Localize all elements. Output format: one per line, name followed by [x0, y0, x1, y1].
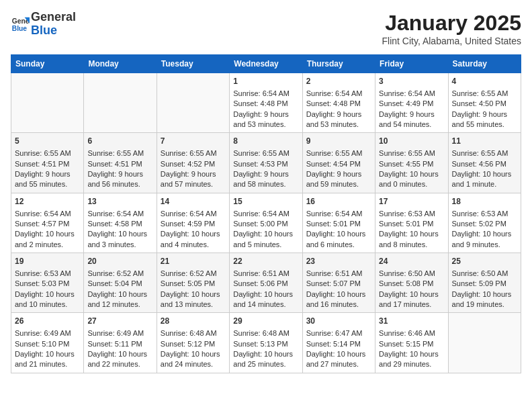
day-info: and 1 minute. — [452, 179, 517, 189]
day-info: Sunset: 4:55 PM — [379, 159, 444, 169]
day-info: Sunset: 4:57 PM — [15, 219, 80, 229]
day-number: 30 — [306, 316, 371, 327]
day-info: Sunrise: 6:51 AM — [233, 269, 298, 279]
day-number: 19 — [15, 256, 80, 267]
day-info: Daylight: 10 hours — [379, 229, 444, 239]
calendar-cell: 21Sunrise: 6:52 AMSunset: 5:05 PMDayligh… — [157, 253, 229, 313]
day-info: Sunrise: 6:48 AM — [233, 328, 298, 338]
day-number: 15 — [233, 196, 298, 208]
calendar-week-2: 5Sunrise: 6:55 AMSunset: 4:51 PMDaylight… — [11, 133, 521, 193]
day-info: Sunset: 5:02 PM — [452, 219, 517, 229]
day-number: 4 — [452, 76, 517, 87]
day-info: and 53 minutes. — [306, 120, 371, 130]
day-info: and 55 minutes. — [452, 120, 517, 130]
day-info: Sunset: 5:01 PM — [379, 219, 444, 229]
day-info: and 22 minutes. — [87, 359, 152, 369]
day-info: Sunrise: 6:50 AM — [452, 269, 517, 279]
calendar-cell — [157, 73, 229, 133]
day-info: Sunrise: 6:55 AM — [87, 148, 152, 158]
day-info: Daylight: 10 hours — [379, 349, 444, 359]
day-info: and 29 minutes. — [379, 359, 444, 369]
day-info: and 3 minutes. — [87, 240, 152, 250]
day-info: Sunrise: 6:55 AM — [233, 148, 298, 158]
day-number: 23 — [306, 256, 371, 267]
month-title: January 2025 — [382, 11, 522, 36]
day-info: and 17 minutes. — [379, 300, 444, 310]
day-info: Sunrise: 6:54 AM — [87, 209, 152, 219]
day-info: Daylight: 9 hours — [379, 109, 444, 120]
day-header-thursday: Thursday — [302, 55, 375, 73]
title-block: January 2025 Flint City, Alabama, United… — [382, 11, 522, 46]
day-info: Sunset: 4:58 PM — [87, 219, 152, 229]
day-info: Sunset: 5:08 PM — [379, 279, 444, 289]
day-info: Sunset: 5:01 PM — [306, 219, 371, 229]
day-number: 7 — [161, 136, 226, 147]
day-info: Sunset: 4:53 PM — [233, 159, 298, 169]
day-info: Sunset: 4:48 PM — [306, 99, 371, 109]
day-header-sunday: Sunday — [11, 55, 84, 73]
day-info: and 25 minutes. — [233, 359, 298, 369]
day-info: and 19 minutes. — [452, 300, 517, 310]
location: Flint City, Alabama, United States — [382, 36, 522, 46]
day-info: and 57 minutes. — [161, 179, 226, 189]
day-info: Sunrise: 6:53 AM — [15, 269, 80, 279]
svg-text:Blue: Blue — [12, 25, 28, 32]
calendar-cell: 28Sunrise: 6:48 AMSunset: 5:12 PMDayligh… — [157, 313, 229, 373]
logo-blue: Blue — [31, 24, 57, 37]
day-info: and 55 minutes. — [15, 179, 80, 189]
day-info: Sunrise: 6:54 AM — [15, 209, 80, 219]
day-number: 31 — [379, 316, 444, 327]
calendar-week-3: 12Sunrise: 6:54 AMSunset: 4:57 PMDayligh… — [11, 193, 521, 253]
day-info: and 24 minutes. — [161, 359, 226, 369]
day-info: Daylight: 9 hours — [87, 169, 152, 179]
day-info: Daylight: 9 hours — [161, 169, 226, 179]
calendar-cell — [448, 313, 521, 373]
calendar-header-row: SundayMondayTuesdayWednesdayThursdayFrid… — [11, 55, 521, 73]
day-info: Sunset: 5:04 PM — [87, 279, 152, 289]
day-number: 13 — [87, 196, 152, 208]
day-info: Sunrise: 6:51 AM — [306, 269, 371, 279]
day-number: 29 — [233, 316, 298, 327]
calendar-cell: 27Sunrise: 6:49 AMSunset: 5:11 PMDayligh… — [84, 313, 157, 373]
calendar-cell: 19Sunrise: 6:53 AMSunset: 5:03 PMDayligh… — [11, 253, 84, 313]
day-info: Daylight: 10 hours — [87, 229, 152, 239]
day-info: Daylight: 9 hours — [452, 109, 517, 120]
day-info: Daylight: 10 hours — [452, 169, 517, 179]
day-number: 16 — [306, 196, 371, 208]
day-info: Daylight: 10 hours — [306, 349, 371, 359]
day-info: Daylight: 10 hours — [452, 289, 517, 300]
day-info: Sunset: 5:13 PM — [233, 339, 298, 349]
day-info: Sunrise: 6:53 AM — [452, 209, 517, 219]
day-info: Daylight: 9 hours — [15, 169, 80, 179]
day-info: Sunset: 5:14 PM — [306, 339, 371, 349]
calendar-cell: 2Sunrise: 6:54 AMSunset: 4:48 PMDaylight… — [302, 73, 375, 133]
calendar-cell: 29Sunrise: 6:48 AMSunset: 5:13 PMDayligh… — [230, 313, 302, 373]
day-info: and 14 minutes. — [233, 300, 298, 310]
day-info: Daylight: 10 hours — [15, 289, 80, 300]
day-info: Sunrise: 6:48 AM — [161, 328, 226, 338]
day-header-friday: Friday — [375, 55, 448, 73]
day-info: Sunset: 5:05 PM — [161, 279, 226, 289]
day-info: and 4 minutes. — [161, 240, 226, 250]
logo: General Blue General Blue — [11, 11, 76, 38]
day-info: Daylight: 9 hours — [306, 109, 371, 120]
day-info: Sunset: 4:52 PM — [161, 159, 226, 169]
day-info: and 59 minutes. — [306, 179, 371, 189]
day-info: Sunset: 5:15 PM — [379, 339, 444, 349]
calendar-week-1: 1Sunrise: 6:54 AMSunset: 4:48 PMDaylight… — [11, 73, 521, 133]
calendar-cell: 5Sunrise: 6:55 AMSunset: 4:51 PMDaylight… — [11, 133, 84, 193]
calendar-cell: 11Sunrise: 6:55 AMSunset: 4:56 PMDayligh… — [448, 133, 521, 193]
day-number: 10 — [379, 136, 444, 147]
day-info: and 58 minutes. — [233, 179, 298, 189]
day-info: Sunset: 5:09 PM — [452, 279, 517, 289]
day-info: Daylight: 10 hours — [379, 169, 444, 179]
day-info: Sunset: 4:54 PM — [306, 159, 371, 169]
day-number: 21 — [161, 256, 226, 267]
logo-general: General — [31, 10, 76, 24]
calendar-week-5: 26Sunrise: 6:49 AMSunset: 5:10 PMDayligh… — [11, 313, 521, 373]
day-header-wednesday: Wednesday — [230, 55, 302, 73]
calendar-cell: 23Sunrise: 6:51 AMSunset: 5:07 PMDayligh… — [302, 253, 375, 313]
day-info: Daylight: 10 hours — [233, 289, 298, 300]
day-number: 24 — [379, 256, 444, 267]
calendar-cell: 13Sunrise: 6:54 AMSunset: 4:58 PMDayligh… — [84, 193, 157, 253]
